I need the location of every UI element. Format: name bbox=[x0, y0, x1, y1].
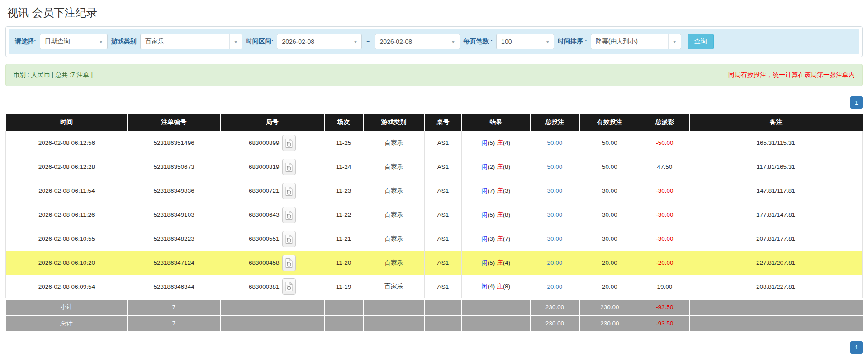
session: 11-23 bbox=[324, 179, 363, 203]
video-replay-icon[interactable] bbox=[282, 231, 296, 247]
note: 207.81/177.81 bbox=[689, 227, 863, 251]
banker-result-score: (8) bbox=[503, 283, 511, 290]
date-from-select[interactable]: 2026-02-08 ▼ bbox=[277, 34, 362, 49]
chevron-down-icon: ▼ bbox=[95, 34, 107, 49]
note: 117.81/165.31 bbox=[689, 155, 863, 179]
note: 165.31/115.31 bbox=[689, 131, 863, 155]
payout: -30.00 bbox=[640, 179, 689, 203]
chevron-down-icon: ▼ bbox=[447, 34, 460, 49]
bet-id: 523186348223 bbox=[128, 227, 220, 251]
table-no: AS1 bbox=[424, 131, 461, 155]
total-bet-link[interactable]: 30.00 bbox=[547, 187, 562, 194]
table-row: 2026-02-08 06:10:20 523186347124 6830004… bbox=[6, 251, 863, 275]
page-size-label: 每页笔数 : bbox=[464, 38, 493, 46]
round-id-cell: 683000551 bbox=[220, 227, 324, 251]
table-no: AS1 bbox=[424, 251, 461, 275]
table-row: 2026-02-08 06:12:56 523186351496 6830008… bbox=[6, 131, 863, 155]
video-replay-icon[interactable] bbox=[282, 278, 296, 295]
payout: -30.00 bbox=[640, 227, 689, 251]
player-result-score: (2) bbox=[488, 163, 495, 170]
round-id: 683000458 bbox=[249, 259, 280, 266]
page-size-select[interactable]: 100 ▼ bbox=[496, 34, 554, 49]
player-result-label: 闲 bbox=[481, 211, 488, 218]
col-session: 场次 bbox=[324, 114, 363, 131]
subtotal-payout: -93.50 bbox=[640, 299, 689, 315]
total-bet-link[interactable]: 20.00 bbox=[547, 283, 562, 290]
currency-summary-text: 币别 : 人民币 | 总共 :7 注单 | bbox=[13, 71, 93, 79]
banker-result-label: 庄 bbox=[497, 187, 503, 194]
player-result-label: 闲 bbox=[481, 163, 488, 170]
table-body: 2026-02-08 06:12:56 523186351496 6830008… bbox=[6, 131, 863, 299]
page-1-button[interactable]: 1 bbox=[850, 96, 863, 109]
banker-result-label: 庄 bbox=[497, 259, 503, 266]
chevron-down-icon: ▼ bbox=[349, 34, 361, 49]
table-row: 2026-02-08 06:11:54 523186349836 6830007… bbox=[6, 179, 863, 203]
summary-bar: 币别 : 人民币 | 总共 :7 注单 | 同局有效投注，统一计算在该局第一张注… bbox=[5, 64, 863, 86]
table-no: AS1 bbox=[424, 227, 461, 251]
query-type-value: 日期查询 bbox=[40, 34, 95, 49]
page-size-value: 100 bbox=[497, 34, 541, 49]
session: 11-22 bbox=[324, 203, 363, 227]
time-sort-select[interactable]: 降幂(由大到小) ▼ bbox=[591, 34, 681, 49]
table-no: AS1 bbox=[424, 203, 461, 227]
col-valid-bet: 有效投注 bbox=[579, 114, 640, 131]
session: 11-19 bbox=[324, 275, 363, 299]
banker-result-label: 庄 bbox=[497, 139, 503, 146]
page-title: 视讯 会员下注纪录 bbox=[5, 0, 863, 26]
valid-bet: 50.00 bbox=[579, 155, 640, 179]
bet-time: 2026-02-08 06:10:20 bbox=[6, 251, 128, 275]
video-replay-icon[interactable] bbox=[282, 159, 296, 175]
total-count: 7 bbox=[128, 315, 220, 331]
table-header: 时间 注单编号 局号 场次 游戏类别 桌号 结果 总投注 有效投注 总派彩 备注 bbox=[6, 114, 863, 131]
player-result-score: (4) bbox=[488, 283, 495, 290]
payout: -30.00 bbox=[640, 203, 689, 227]
round-id: 683000899 bbox=[249, 139, 280, 146]
total-bet-link[interactable]: 50.00 bbox=[547, 163, 562, 170]
round-id: 683000819 bbox=[249, 163, 280, 170]
game-type-select[interactable]: 百家乐 ▼ bbox=[140, 34, 242, 49]
session: 11-25 bbox=[324, 131, 363, 155]
bet-time: 2026-02-08 06:11:26 bbox=[6, 203, 128, 227]
date-range-label: 时间区间: bbox=[246, 38, 274, 46]
total-bet-link[interactable]: 30.00 bbox=[547, 211, 562, 218]
date-to-value: 2026-02-08 bbox=[375, 34, 447, 49]
total-bet-cell: 20.00 bbox=[530, 251, 579, 275]
round-id: 683000551 bbox=[249, 235, 280, 242]
result-cell: 闲(5) 庄(4) bbox=[462, 251, 530, 275]
total-bet-link[interactable]: 30.00 bbox=[547, 235, 562, 242]
time-sort-value: 降幂(由大到小) bbox=[591, 34, 668, 49]
round-id: 683000721 bbox=[249, 187, 280, 194]
total-valid-bet: 230.00 bbox=[579, 315, 640, 331]
note: 208.81/227.81 bbox=[689, 275, 863, 299]
filter-panel: 请选择: 日期查询 ▼ 游戏类别 百家乐 ▼ 时间区间: 2026-02-08 … bbox=[5, 26, 863, 57]
player-result-score: (5) bbox=[488, 211, 495, 218]
banker-result-score: (7) bbox=[503, 235, 511, 242]
player-result-label: 闲 bbox=[481, 283, 488, 290]
page-1-button[interactable]: 1 bbox=[850, 341, 863, 354]
total-bet-link[interactable]: 50.00 bbox=[547, 139, 562, 146]
query-type-select[interactable]: 日期查询 ▼ bbox=[40, 34, 108, 49]
date-to-select[interactable]: 2026-02-08 ▼ bbox=[375, 34, 460, 49]
total-bet-cell: 30.00 bbox=[530, 179, 579, 203]
table-no: AS1 bbox=[424, 179, 461, 203]
video-replay-icon[interactable] bbox=[282, 135, 296, 151]
video-replay-icon[interactable] bbox=[282, 183, 296, 199]
banker-result-label: 庄 bbox=[497, 283, 503, 290]
payout: 47.50 bbox=[640, 155, 689, 179]
note: 177.81/147.81 bbox=[689, 203, 863, 227]
pagination-top: 1 bbox=[5, 96, 863, 109]
payout: -20.00 bbox=[640, 251, 689, 275]
total-bet-link[interactable]: 20.00 bbox=[547, 259, 562, 266]
total-total-bet: 230.00 bbox=[530, 315, 579, 331]
note: 227.81/207.81 bbox=[689, 251, 863, 275]
search-button[interactable]: 查询 bbox=[688, 34, 714, 49]
banker-result-label: 庄 bbox=[497, 235, 503, 242]
video-replay-icon[interactable] bbox=[282, 255, 296, 271]
payout: 19.00 bbox=[640, 275, 689, 299]
player-result-label: 闲 bbox=[481, 187, 488, 194]
valid-bet: 20.00 bbox=[579, 251, 640, 275]
page-root: 视讯 会员下注纪录 请选择: 日期查询 ▼ 游戏类别 百家乐 ▼ 时间区间: 2… bbox=[0, 0, 868, 354]
time-sort-label: 时间排序 : bbox=[558, 38, 587, 46]
video-replay-icon[interactable] bbox=[282, 207, 296, 223]
round-id-cell: 683000899 bbox=[220, 131, 324, 155]
